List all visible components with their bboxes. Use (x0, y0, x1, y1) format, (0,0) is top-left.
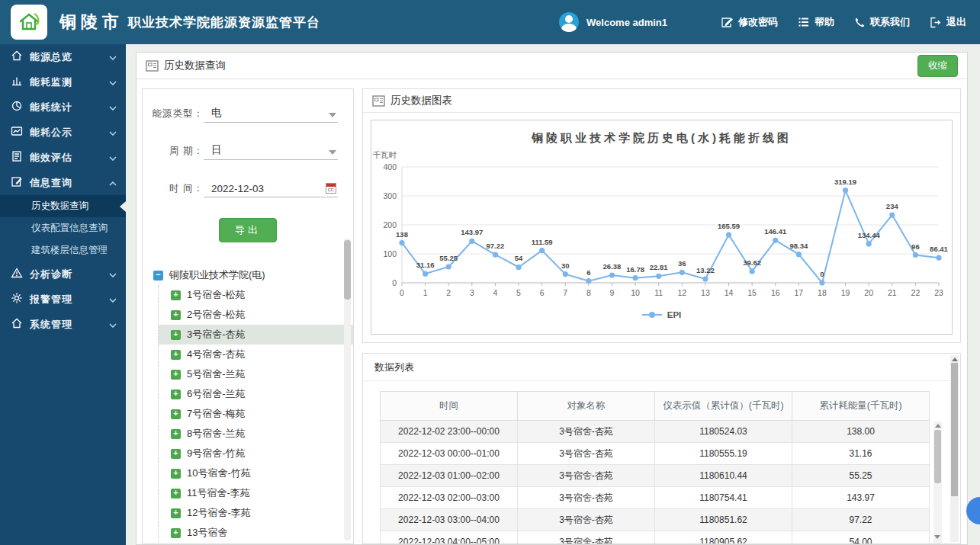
header-action-label: 联系我们 (870, 15, 910, 29)
chart-panel-bar: 历史数据图表 (363, 89, 960, 113)
energy-type-label: 能源类型： (149, 107, 204, 123)
chart-panel: 历史数据图表 铜陵职业技术学院历史电(水)耗能折线图 千瓦时0100200300… (362, 88, 961, 343)
expand-plus-icon[interactable]: + (171, 489, 181, 499)
header-action-修改密码[interactable]: 修改密码 (721, 15, 778, 29)
table-column-header: 累计耗能量(千瓦时) (792, 392, 930, 421)
tree-item-label: 1号宿舍-松苑 (187, 288, 246, 302)
panel-scrollbar-thumb[interactable] (951, 363, 958, 496)
svg-text:21: 21 (888, 288, 897, 297)
export-button[interactable]: 导出 (219, 218, 277, 242)
tree-item-1号宿舍-松苑[interactable]: +1号宿舍-松苑 (159, 285, 353, 305)
collapse-button[interactable]: 收缩 (917, 55, 958, 77)
sidebar-item-能源总览[interactable]: 能源总览 (0, 44, 126, 69)
svg-text:6: 6 (540, 288, 545, 297)
tree-item-label: 12号宿舍-李苑 (187, 506, 251, 520)
tree-item-7号宿舍-梅苑[interactable]: +7号宿舍-梅苑 (159, 404, 353, 424)
date-input[interactable]: 2022-12-03 (204, 181, 338, 197)
table-row[interactable]: 2022-12-03 01:00--02:003号宿舍-杏苑1180610.44… (381, 465, 930, 487)
tree-item-label: 9号宿舍-竹苑 (187, 447, 246, 460)
tree-item-6号宿舍-兰苑[interactable]: +6号宿舍-兰苑 (159, 384, 353, 404)
expand-plus-icon[interactable]: + (171, 310, 181, 320)
svg-text:1: 1 (423, 288, 428, 297)
header-action-退出[interactable]: 退出 (930, 15, 966, 29)
svg-text:13: 13 (701, 288, 710, 297)
svg-text:13.22: 13.22 (696, 266, 715, 274)
tree-item-12号宿舍-李苑[interactable]: +12号宿舍-李苑 (159, 503, 353, 523)
expand-plus-icon[interactable]: + (171, 508, 181, 518)
table-row[interactable]: 2022-12-03 03:00--04:003号宿舍-杏苑1180851.62… (381, 509, 930, 531)
sidebar-subitem-建筑楼层信息管理[interactable]: 建筑楼层信息管理 (0, 239, 126, 261)
sidebar-item-能耗统计[interactable]: 能耗统计 (0, 95, 126, 120)
table-row[interactable]: 2022-12-03 02:00--03:003号宿舍-杏苑1180754.41… (381, 487, 930, 509)
table-row[interactable]: 2022-12-03 04:00--05:003号宿舍-杏苑1180905.62… (381, 531, 930, 545)
svg-text:7: 7 (563, 288, 567, 297)
table-scrollbar-thumb[interactable] (934, 430, 941, 483)
sidebar-subitem-仪表配置信息查询[interactable]: 仪表配置信息查询 (0, 217, 126, 239)
table-row[interactable]: 2022-12-03 00:00--01:003号宿舍-杏苑1180555.19… (381, 443, 930, 465)
table-scrollbar[interactable] (933, 422, 942, 544)
expand-plus-icon[interactable]: + (171, 528, 181, 538)
expand-plus-icon[interactable]: + (171, 370, 181, 380)
collapse-minus-icon[interactable]: − (153, 271, 163, 281)
header-action-联系我们[interactable]: 联系我们 (854, 15, 910, 29)
expand-plus-icon[interactable]: + (171, 290, 181, 300)
sidebar-item-label: 能耗公示 (30, 126, 109, 139)
expand-plus-icon[interactable]: + (171, 350, 181, 360)
period-select[interactable]: 日 (204, 143, 338, 160)
sidebar-subitem-历史数据查询[interactable]: 历史数据查询 (0, 195, 126, 217)
expand-plus-icon[interactable]: + (171, 469, 181, 479)
svg-text:31.16: 31.16 (416, 261, 435, 269)
svg-text:10: 10 (631, 288, 640, 297)
sidebar-item-系统管理[interactable]: 系统管理 (0, 312, 126, 337)
tree-item-11号宿舍-李苑[interactable]: +11号宿舍-李苑 (159, 483, 353, 503)
tree-item-8号宿舍-兰苑[interactable]: +8号宿舍-兰苑 (159, 424, 353, 444)
tree-root-node[interactable]: − 铜陵职业技术学院(电) (153, 265, 353, 285)
tree-item-9号宿舍-竹苑[interactable]: +9号宿舍-竹苑 (159, 444, 353, 463)
logo-house-icon (16, 9, 42, 35)
tree-item-label: 11号宿舍-李苑 (187, 486, 250, 500)
scroll-down-icon[interactable] (934, 535, 940, 539)
tree-item-10号宿舍-竹苑[interactable]: +10号宿舍-竹苑 (159, 463, 353, 483)
user-info: Welcome admin1 (559, 12, 667, 32)
table-cell: 1180905.62 (655, 531, 792, 545)
chart-panel-title: 历史数据图表 (390, 94, 452, 107)
sidebar-item-信息查询[interactable]: 信息查询 (0, 170, 126, 195)
table-cell: 2022-12-03 01:00--02:00 (381, 465, 518, 487)
tree-item-3号宿舍-杏苑[interactable]: +3号宿舍-杏苑 (159, 325, 353, 345)
table-column-header: 时间 (381, 392, 518, 421)
table-cell: 2022-12-03 04:00--05:00 (381, 531, 518, 545)
expand-plus-icon[interactable]: + (171, 390, 181, 399)
tree-scrollbar[interactable] (344, 239, 351, 540)
sidebar-item-能耗公示[interactable]: 能耗公示 (0, 120, 126, 145)
scroll-up-icon[interactable] (935, 424, 941, 428)
expand-plus-icon[interactable]: + (171, 449, 181, 459)
form-edit-icon (11, 175, 23, 190)
sidebar-item-分析诊断[interactable]: 分析诊断 (0, 261, 126, 287)
document-icon (11, 150, 23, 165)
sidebar-item-报警管理[interactable]: 报警管理 (0, 287, 126, 312)
tree-item-2号宿舍-松苑[interactable]: +2号宿舍-松苑 (159, 305, 353, 325)
tree-item-5号宿舍-兰苑[interactable]: +5号宿舍-兰苑 (159, 364, 353, 384)
panel-body: 能源类型： 电 周 期： 日 时 间： 2022-12 (137, 79, 967, 544)
energy-type-select[interactable]: 电 (204, 106, 338, 123)
svg-text:319.19: 319.19 (834, 178, 856, 186)
tree-root-label: 铜陵职业技术学院(电) (169, 268, 265, 282)
expand-plus-icon[interactable]: + (171, 409, 181, 419)
scroll-up-icon[interactable] (952, 357, 958, 361)
brand-city: 铜陵市 (59, 11, 124, 34)
tree-item-14号宿舍[interactable]: +14号宿舍 (159, 543, 353, 544)
panel-scrollbar[interactable] (950, 355, 959, 542)
sidebar-item-能效评估[interactable]: 能效评估 (0, 145, 126, 170)
expand-plus-icon[interactable]: + (171, 429, 181, 439)
chevron-down-icon (109, 319, 117, 330)
table-row[interactable]: 2022-12-02 23:00--00:003号宿舍-杏苑1180524.03… (381, 421, 930, 443)
expand-plus-icon[interactable]: + (171, 330, 181, 340)
calendar-icon[interactable] (326, 183, 336, 194)
tree-item-4号宿舍-杏苑[interactable]: +4号宿舍-杏苑 (159, 345, 353, 364)
chart-legend[interactable]: EPI (371, 310, 952, 319)
header-action-帮助[interactable]: 帮助 (798, 15, 834, 29)
sidebar-item-能耗监测[interactable]: 能耗监测 (0, 69, 126, 95)
tree-scrollbar-thumb[interactable] (344, 240, 351, 300)
tree-item-label: 3号宿舍-杏苑 (187, 328, 246, 341)
tree-item-13号宿舍[interactable]: +13号宿舍 (159, 523, 353, 543)
